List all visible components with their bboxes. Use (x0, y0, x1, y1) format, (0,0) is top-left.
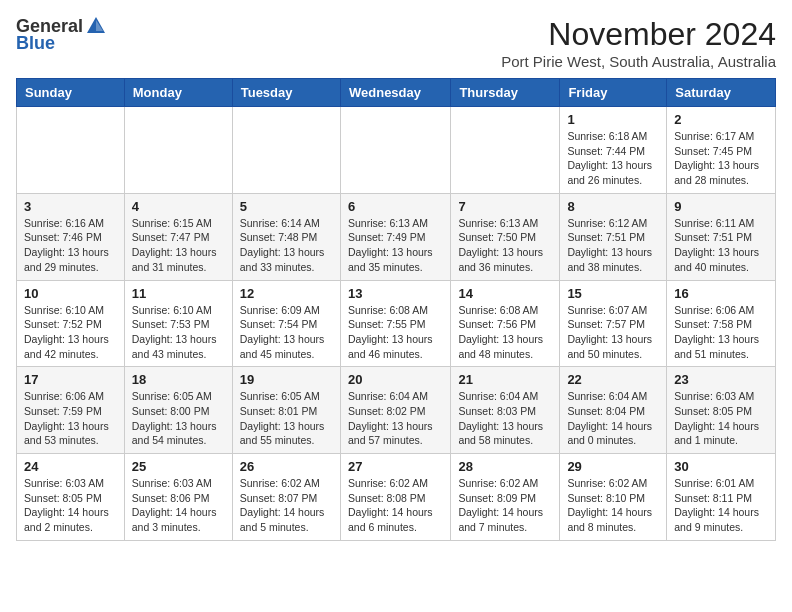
day-info: Sunrise: 6:04 AM Sunset: 8:02 PM Dayligh… (348, 389, 443, 448)
day-info: Sunrise: 6:01 AM Sunset: 8:11 PM Dayligh… (674, 476, 768, 535)
day-info: Sunrise: 6:02 AM Sunset: 8:08 PM Dayligh… (348, 476, 443, 535)
title-block: November 2024 Port Pirie West, South Aus… (501, 16, 776, 70)
day-info: Sunrise: 6:08 AM Sunset: 7:56 PM Dayligh… (458, 303, 552, 362)
day-info: Sunrise: 6:04 AM Sunset: 8:04 PM Dayligh… (567, 389, 659, 448)
day-number: 7 (458, 199, 552, 214)
day-number: 22 (567, 372, 659, 387)
month-title: November 2024 (501, 16, 776, 53)
location-title: Port Pirie West, South Australia, Austra… (501, 53, 776, 70)
weekday-header-saturday: Saturday (667, 79, 776, 107)
page-header: General Blue November 2024 Port Pirie We… (16, 16, 776, 70)
calendar-cell: 7Sunrise: 6:13 AM Sunset: 7:50 PM Daylig… (451, 193, 560, 280)
day-info: Sunrise: 6:08 AM Sunset: 7:55 PM Dayligh… (348, 303, 443, 362)
calendar-cell: 23Sunrise: 6:03 AM Sunset: 8:05 PM Dayli… (667, 367, 776, 454)
calendar-week-row: 1Sunrise: 6:18 AM Sunset: 7:44 PM Daylig… (17, 107, 776, 194)
calendar-cell: 25Sunrise: 6:03 AM Sunset: 8:06 PM Dayli… (124, 454, 232, 541)
day-number: 26 (240, 459, 333, 474)
calendar-cell: 21Sunrise: 6:04 AM Sunset: 8:03 PM Dayli… (451, 367, 560, 454)
day-number: 24 (24, 459, 117, 474)
day-info: Sunrise: 6:18 AM Sunset: 7:44 PM Dayligh… (567, 129, 659, 188)
calendar-week-row: 24Sunrise: 6:03 AM Sunset: 8:05 PM Dayli… (17, 454, 776, 541)
day-number: 29 (567, 459, 659, 474)
calendar-cell: 19Sunrise: 6:05 AM Sunset: 8:01 PM Dayli… (232, 367, 340, 454)
day-number: 6 (348, 199, 443, 214)
day-info: Sunrise: 6:06 AM Sunset: 7:58 PM Dayligh… (674, 303, 768, 362)
calendar-cell: 14Sunrise: 6:08 AM Sunset: 7:56 PM Dayli… (451, 280, 560, 367)
day-info: Sunrise: 6:03 AM Sunset: 8:05 PM Dayligh… (674, 389, 768, 448)
calendar-cell: 3Sunrise: 6:16 AM Sunset: 7:46 PM Daylig… (17, 193, 125, 280)
day-number: 16 (674, 286, 768, 301)
day-number: 3 (24, 199, 117, 214)
day-number: 19 (240, 372, 333, 387)
day-number: 30 (674, 459, 768, 474)
calendar-cell (340, 107, 450, 194)
day-info: Sunrise: 6:10 AM Sunset: 7:53 PM Dayligh… (132, 303, 225, 362)
day-number: 13 (348, 286, 443, 301)
weekday-header-sunday: Sunday (17, 79, 125, 107)
weekday-header-monday: Monday (124, 79, 232, 107)
calendar-cell (232, 107, 340, 194)
calendar-cell: 22Sunrise: 6:04 AM Sunset: 8:04 PM Dayli… (560, 367, 667, 454)
day-number: 9 (674, 199, 768, 214)
weekday-header-tuesday: Tuesday (232, 79, 340, 107)
day-number: 8 (567, 199, 659, 214)
day-number: 28 (458, 459, 552, 474)
day-info: Sunrise: 6:09 AM Sunset: 7:54 PM Dayligh… (240, 303, 333, 362)
day-number: 25 (132, 459, 225, 474)
day-info: Sunrise: 6:14 AM Sunset: 7:48 PM Dayligh… (240, 216, 333, 275)
calendar-cell (124, 107, 232, 194)
day-number: 15 (567, 286, 659, 301)
calendar-cell: 29Sunrise: 6:02 AM Sunset: 8:10 PM Dayli… (560, 454, 667, 541)
weekday-header-wednesday: Wednesday (340, 79, 450, 107)
weekday-header-friday: Friday (560, 79, 667, 107)
day-number: 21 (458, 372, 552, 387)
calendar-cell: 11Sunrise: 6:10 AM Sunset: 7:53 PM Dayli… (124, 280, 232, 367)
day-info: Sunrise: 6:13 AM Sunset: 7:50 PM Dayligh… (458, 216, 552, 275)
day-info: Sunrise: 6:17 AM Sunset: 7:45 PM Dayligh… (674, 129, 768, 188)
day-info: Sunrise: 6:07 AM Sunset: 7:57 PM Dayligh… (567, 303, 659, 362)
day-info: Sunrise: 6:06 AM Sunset: 7:59 PM Dayligh… (24, 389, 117, 448)
day-info: Sunrise: 6:13 AM Sunset: 7:49 PM Dayligh… (348, 216, 443, 275)
calendar-week-row: 3Sunrise: 6:16 AM Sunset: 7:46 PM Daylig… (17, 193, 776, 280)
day-number: 12 (240, 286, 333, 301)
day-number: 27 (348, 459, 443, 474)
calendar-cell: 20Sunrise: 6:04 AM Sunset: 8:02 PM Dayli… (340, 367, 450, 454)
day-number: 2 (674, 112, 768, 127)
calendar-cell: 6Sunrise: 6:13 AM Sunset: 7:49 PM Daylig… (340, 193, 450, 280)
day-info: Sunrise: 6:11 AM Sunset: 7:51 PM Dayligh… (674, 216, 768, 275)
calendar-cell: 12Sunrise: 6:09 AM Sunset: 7:54 PM Dayli… (232, 280, 340, 367)
day-info: Sunrise: 6:15 AM Sunset: 7:47 PM Dayligh… (132, 216, 225, 275)
day-number: 14 (458, 286, 552, 301)
calendar-cell: 5Sunrise: 6:14 AM Sunset: 7:48 PM Daylig… (232, 193, 340, 280)
calendar-cell: 8Sunrise: 6:12 AM Sunset: 7:51 PM Daylig… (560, 193, 667, 280)
day-info: Sunrise: 6:05 AM Sunset: 8:01 PM Dayligh… (240, 389, 333, 448)
day-info: Sunrise: 6:03 AM Sunset: 8:05 PM Dayligh… (24, 476, 117, 535)
day-number: 10 (24, 286, 117, 301)
calendar-cell: 18Sunrise: 6:05 AM Sunset: 8:00 PM Dayli… (124, 367, 232, 454)
day-number: 18 (132, 372, 225, 387)
day-number: 4 (132, 199, 225, 214)
day-number: 17 (24, 372, 117, 387)
calendar-cell: 27Sunrise: 6:02 AM Sunset: 8:08 PM Dayli… (340, 454, 450, 541)
day-number: 20 (348, 372, 443, 387)
weekday-header-thursday: Thursday (451, 79, 560, 107)
calendar-cell: 1Sunrise: 6:18 AM Sunset: 7:44 PM Daylig… (560, 107, 667, 194)
calendar-cell: 16Sunrise: 6:06 AM Sunset: 7:58 PM Dayli… (667, 280, 776, 367)
calendar-cell: 17Sunrise: 6:06 AM Sunset: 7:59 PM Dayli… (17, 367, 125, 454)
day-number: 1 (567, 112, 659, 127)
day-info: Sunrise: 6:05 AM Sunset: 8:00 PM Dayligh… (132, 389, 225, 448)
day-number: 23 (674, 372, 768, 387)
day-info: Sunrise: 6:16 AM Sunset: 7:46 PM Dayligh… (24, 216, 117, 275)
day-info: Sunrise: 6:10 AM Sunset: 7:52 PM Dayligh… (24, 303, 117, 362)
day-info: Sunrise: 6:03 AM Sunset: 8:06 PM Dayligh… (132, 476, 225, 535)
day-number: 11 (132, 286, 225, 301)
calendar-cell: 2Sunrise: 6:17 AM Sunset: 7:45 PM Daylig… (667, 107, 776, 194)
logo-blue: Blue (16, 33, 55, 54)
weekday-header-row: SundayMondayTuesdayWednesdayThursdayFrid… (17, 79, 776, 107)
calendar-cell: 28Sunrise: 6:02 AM Sunset: 8:09 PM Dayli… (451, 454, 560, 541)
calendar-week-row: 17Sunrise: 6:06 AM Sunset: 7:59 PM Dayli… (17, 367, 776, 454)
calendar-cell (451, 107, 560, 194)
day-number: 5 (240, 199, 333, 214)
logo: General Blue (16, 16, 107, 54)
calendar-cell (17, 107, 125, 194)
